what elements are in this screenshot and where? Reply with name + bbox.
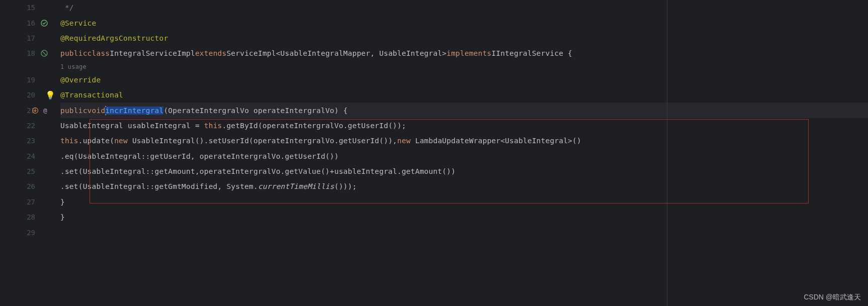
- keyword: void: [88, 107, 106, 115]
- code-line[interactable]: @Override: [60, 72, 868, 87]
- keyword: this: [60, 137, 78, 145]
- code-editor[interactable]: 15 16 17 18 19 20 21 @ 22 23 24 25 26: [0, 0, 868, 306]
- gutter-row: 28: [0, 210, 54, 225]
- line-number: 16: [21, 19, 35, 27]
- keyword: public: [60, 49, 88, 57]
- method-name: incrIntergral: [105, 107, 163, 115]
- run-ok-icon[interactable]: [40, 19, 48, 27]
- watermark: CSDN @暗武逢天: [804, 293, 861, 302]
- code-line[interactable]: .set(UsableIntegral::getAmount,operateIn…: [60, 164, 868, 179]
- svg-line-2: [42, 51, 46, 55]
- gutter-row: 21 @: [0, 103, 54, 118]
- code-text: .set(UsableIntegral::getAmount,operateIn…: [60, 167, 456, 175]
- hint-row-spacer: [0, 61, 54, 72]
- line-number: 23: [21, 137, 35, 145]
- code-text: ()));: [334, 182, 357, 190]
- gutter: 15 16 17 18 19 20 21 @ 22 23 24 25 26: [0, 0, 54, 306]
- gutter-row: 29: [0, 225, 54, 240]
- code-text: UsableIntegral usableIntegral =: [60, 122, 204, 130]
- code-line-active[interactable]: public void incrIntergral(OperateIntergr…: [60, 103, 868, 118]
- gutter-row: 23: [0, 133, 54, 148]
- code-line[interactable]: @RequiredArgsConstructor: [60, 31, 868, 46]
- code-text: .set(UsableIntegral::getGmtModified, Sys…: [60, 182, 258, 190]
- code-line[interactable]: public class IntegralServiceImpl extends…: [60, 46, 868, 61]
- keyword: public: [60, 107, 88, 115]
- code-content[interactable]: */ @Service @RequiredArgsConstructor pub…: [54, 0, 868, 306]
- line-number: 20: [21, 91, 35, 99]
- lightbulb-icon[interactable]: 💡: [45, 90, 55, 100]
- line-number: 28: [21, 213, 35, 221]
- annotation-icon[interactable]: @: [41, 107, 49, 115]
- code-line[interactable]: */: [60, 0, 868, 15]
- gutter-row: 17: [0, 31, 54, 46]
- code-line[interactable]: }: [60, 210, 868, 225]
- class-name: IIntegralService {: [491, 49, 572, 57]
- line-number: 29: [21, 229, 35, 237]
- usage-hint-line[interactable]: 1 usage: [60, 61, 868, 72]
- brace: }: [60, 213, 65, 221]
- gutter-row: 24: [0, 149, 54, 164]
- annotation: @Service: [60, 19, 96, 27]
- static-method: currentTimeMillis: [258, 182, 334, 190]
- code-text: UsableIntegral().setUserId(operateInterg…: [128, 137, 397, 145]
- line-number: 18: [21, 49, 35, 57]
- keyword: class: [88, 49, 110, 57]
- code-line[interactable]: .set(UsableIntegral::getGmtModified, Sys…: [60, 179, 868, 194]
- line-number: 17: [21, 34, 35, 42]
- code-line[interactable]: this.update(new UsableIntegral().setUser…: [60, 133, 868, 148]
- line-number: 25: [21, 167, 35, 175]
- code-line[interactable]: 💡 @Transactional: [60, 87, 868, 103]
- keyword: extends: [195, 49, 227, 57]
- keyword: new: [114, 137, 128, 145]
- code-text: .eq(UsableIntegral::getUserId, operateIn…: [60, 152, 339, 160]
- class-override-icon[interactable]: [40, 49, 48, 57]
- method-override-icon[interactable]: [31, 107, 39, 115]
- brace: }: [60, 198, 65, 206]
- code-line[interactable]: @Service: [60, 15, 868, 30]
- gutter-row: 19: [0, 72, 54, 87]
- gutter-row: 16: [0, 15, 54, 30]
- line-number: 27: [21, 198, 35, 206]
- params: (OperateIntergralVo operateIntergralVo) …: [163, 107, 348, 115]
- annotation: @RequiredArgsConstructor: [60, 34, 168, 42]
- keyword: new: [397, 137, 411, 145]
- code-line[interactable]: [60, 225, 868, 240]
- gutter-row: 26: [0, 179, 54, 194]
- class-name: ServiceImpl<UsableIntegralMapper, Usable…: [226, 49, 447, 57]
- keyword: implements: [447, 49, 491, 57]
- code-text: LambdaUpdateWrapper<UsableIntegral>(): [411, 137, 581, 145]
- line-number: 26: [21, 182, 35, 190]
- line-number: 24: [21, 152, 35, 160]
- gutter-row: 27: [0, 194, 54, 210]
- gutter-row: 25: [0, 164, 54, 179]
- line-number: 22: [21, 122, 35, 130]
- line-number: 15: [21, 4, 35, 12]
- gutter-row: 15: [0, 0, 54, 15]
- gutter-row: 18: [0, 46, 54, 61]
- annotation: @Transactional: [60, 91, 123, 99]
- code-line[interactable]: UsableIntegral usableIntegral = this.get…: [60, 118, 868, 133]
- code-text: .getById(operateIntergralVo.getUserId())…: [222, 122, 406, 130]
- margin-line: [667, 0, 667, 306]
- line-number: 19: [21, 76, 35, 84]
- class-name: IntegralServiceImpl: [110, 49, 195, 57]
- annotation: @Override: [60, 76, 101, 84]
- comment-text: */: [60, 4, 74, 12]
- code-line[interactable]: .eq(UsableIntegral::getUserId, operateIn…: [60, 149, 868, 164]
- gutter-row: 22: [0, 118, 54, 133]
- code-line[interactable]: }: [60, 194, 868, 210]
- code-text: .update(: [78, 137, 114, 145]
- keyword: this: [204, 122, 222, 130]
- usage-hint[interactable]: 1 usage: [60, 63, 86, 70]
